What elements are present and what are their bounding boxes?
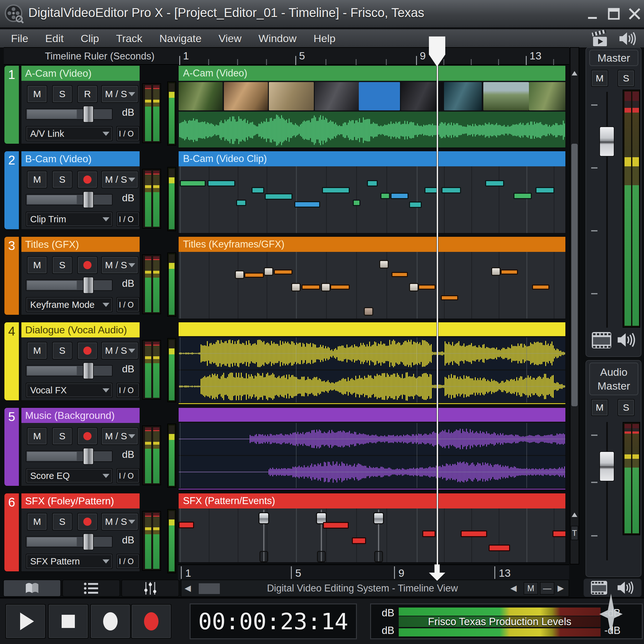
sfx-event-block[interactable] <box>323 522 349 529</box>
sfx-event-block[interactable] <box>352 537 366 544</box>
fx-dropdown[interactable]: SFX Pattern <box>26 554 113 569</box>
keyframe-bar[interactable] <box>501 269 518 275</box>
clip-header[interactable]: B-Cam (Video Clip) <box>179 151 565 166</box>
io-dropdown[interactable]: I / O <box>116 383 140 398</box>
record-arm-button[interactable] <box>90 604 130 639</box>
menu-item-window[interactable]: Window <box>250 32 305 45</box>
solo-button[interactable]: S <box>52 256 72 274</box>
record-button[interactable] <box>77 256 97 274</box>
scroll-left-icon[interactable]: ◀ <box>185 583 191 593</box>
video-thumbnail-cameraman[interactable] <box>179 82 223 110</box>
video-clip-block[interactable] <box>252 187 264 193</box>
keyframe-handle[interactable] <box>409 283 419 291</box>
keyframe-handle[interactable] <box>491 267 501 276</box>
video-clip-block[interactable] <box>514 193 532 199</box>
mono-button[interactable]: M <box>524 582 538 595</box>
audio-master-solo-button[interactable]: S <box>618 399 635 416</box>
video-thumbnail-ocean[interactable] <box>444 82 482 110</box>
volume-slider-handle[interactable] <box>83 448 94 465</box>
volume-slider[interactable] <box>26 365 113 376</box>
io-dropdown[interactable]: I / O <box>116 126 140 141</box>
master-solo-button[interactable]: S <box>618 70 635 87</box>
solo-button[interactable]: S <box>52 427 72 445</box>
track-color-strip-3[interactable]: 3 <box>4 236 19 315</box>
volume-slider[interactable] <box>26 536 113 547</box>
video-thumbnail-cameraman2[interactable] <box>529 82 566 110</box>
volume-slider[interactable] <box>26 451 113 462</box>
ms-dropdown[interactable]: M / S <box>101 256 138 274</box>
volume-slider-handle[interactable] <box>83 362 94 379</box>
keyframe-handle[interactable] <box>321 283 330 291</box>
menu-item-file[interactable]: File <box>3 32 37 45</box>
keyframe-bar[interactable] <box>441 295 458 300</box>
timeline-ruler-top[interactable]: Timeline Ruler (Seconds) 15913 <box>4 47 569 65</box>
keyframe-handle[interactable] <box>235 270 244 279</box>
video-clip-block[interactable] <box>294 201 320 208</box>
video-clip-block[interactable] <box>180 180 206 186</box>
volume-slider-handle[interactable] <box>83 277 94 294</box>
fx-dropdown[interactable]: A/V Link <box>26 126 113 141</box>
video-clip-block[interactable] <box>391 193 408 199</box>
volume-slider-handle[interactable] <box>83 533 94 550</box>
ms-dropdown[interactable]: M / S <box>101 513 138 530</box>
mute-button[interactable]: M <box>27 513 47 530</box>
record-button[interactable] <box>77 342 97 359</box>
pattern-slider-handle[interactable] <box>258 512 269 524</box>
scrollbar-thumb[interactable] <box>571 144 578 406</box>
io-dropdown[interactable]: I / O <box>116 554 140 569</box>
menu-item-track[interactable]: Track <box>108 32 151 45</box>
timeline-ruler-bottom[interactable]: 15913 <box>178 564 569 580</box>
menu-item-edit[interactable]: Edit <box>37 32 72 45</box>
video-thumbnail-face[interactable] <box>224 82 268 110</box>
track-color-strip-5[interactable]: 5 <box>4 407 19 486</box>
track-color-strip-2[interactable]: 2 <box>4 151 19 230</box>
clip-header[interactable] <box>179 408 565 422</box>
vertical-scrollbar[interactable]: T <box>570 47 579 564</box>
master-fader-handle[interactable] <box>599 126 614 157</box>
solo-button[interactable]: S <box>52 85 72 103</box>
video-clip-block[interactable] <box>322 187 350 193</box>
volume-slider-handle[interactable] <box>83 191 94 208</box>
io-dropdown[interactable]: I / O <box>116 468 140 483</box>
mute-button[interactable]: M <box>27 171 47 188</box>
menu-item-clip[interactable]: Clip <box>72 32 108 45</box>
mute-button[interactable]: M <box>27 427 47 445</box>
record-button[interactable] <box>77 427 97 445</box>
audio-fader-handle[interactable] <box>599 451 614 481</box>
clip-header[interactable]: A-Cam (Video) <box>179 66 565 81</box>
ms-dropdown[interactable]: M / S <box>101 427 138 445</box>
volume-slider-handle[interactable] <box>83 106 94 123</box>
clip-header[interactable]: Titles (Keyframes/GFX) <box>179 237 565 252</box>
fx-dropdown[interactable]: Keyframe Mode <box>26 297 113 312</box>
menu-item-help[interactable]: Help <box>305 32 344 45</box>
ms-dropdown[interactable]: M / S <box>101 342 138 359</box>
video-clip-block[interactable] <box>265 193 292 200</box>
video-thumbnail-blue[interactable] <box>359 82 400 110</box>
track-color-strip-6[interactable]: 6 <box>4 493 19 572</box>
sfx-event-block[interactable] <box>179 522 194 528</box>
mute-button[interactable]: M <box>27 256 47 274</box>
track-color-strip-4[interactable]: 4 <box>4 322 19 401</box>
sfx-event-block[interactable] <box>422 530 436 537</box>
sfx-event-block[interactable] <box>489 545 510 551</box>
solo-button[interactable]: S <box>52 171 72 188</box>
volume-slider[interactable] <box>26 194 113 205</box>
video-thumbnail-dark-bw[interactable] <box>401 82 438 110</box>
record-button[interactable] <box>131 604 171 639</box>
scrollbar-t-button[interactable]: T <box>571 526 578 540</box>
keyframe-handle[interactable] <box>364 307 373 316</box>
ms-dropdown[interactable]: M / S <box>101 85 138 103</box>
stop-button[interactable] <box>48 604 88 639</box>
menu-item-navigate[interactable]: Navigate <box>151 32 210 45</box>
keyframe-bar[interactable] <box>391 272 408 277</box>
mute-button[interactable]: M <box>27 85 47 103</box>
volume-slider[interactable] <box>26 280 113 291</box>
fx-dropdown[interactable]: Vocal FX <box>26 383 113 398</box>
collapse-button[interactable]: — <box>540 582 554 595</box>
video-clip-block[interactable] <box>353 200 360 206</box>
record-button[interactable] <box>77 171 97 188</box>
mute-button[interactable]: M <box>27 342 47 359</box>
tab-mixer[interactable] <box>121 580 179 597</box>
video-thumbnail-camera-bw[interactable] <box>315 82 359 110</box>
tab-track-list[interactable] <box>62 580 120 597</box>
